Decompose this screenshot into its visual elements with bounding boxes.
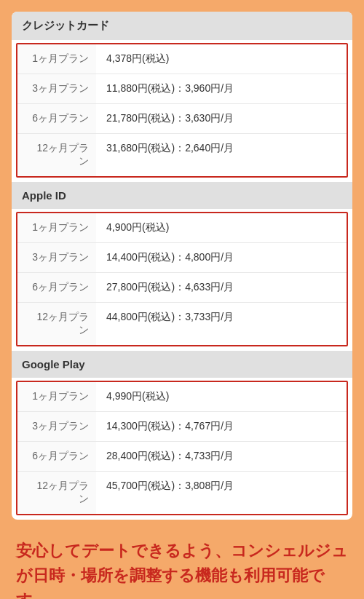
list-item: 6ヶ月プラン 21,780円(税込)：3,630円/月 [17,104,347,134]
plan-price: 4,900円(税込) [96,213,347,242]
apple-plans: 1ヶ月プラン 4,900円(税込) 3ヶ月プラン 14,400円(税込)：4,8… [16,212,348,346]
plan-label: 6ヶ月プラン [17,104,96,133]
plan-price: 14,400円(税込)：4,800円/月 [96,243,347,272]
plan-price: 21,780円(税込)：3,630円/月 [96,104,347,133]
plan-price: 4,378円(税込) [96,44,347,74]
plan-price: 14,300円(税込)：4,767円/月 [96,412,347,441]
list-item: 6ヶ月プラン 27,800円(税込)：4,633円/月 [17,273,347,303]
plan-label: 3ヶ月プラン [17,412,96,441]
plan-label: 3ヶ月プラン [17,243,96,272]
section-apple: Apple ID 1ヶ月プラン 4,900円(税込) 3ヶ月プラン 14,400… [12,182,352,346]
plan-label: 1ヶ月プラン [17,44,96,74]
section-header-apple: Apple ID [12,182,352,209]
list-item: 1ヶ月プラン 4,990円(税込) [17,382,347,412]
plan-price: 45,700円(税込)：3,808円/月 [96,472,347,514]
plan-label: 3ヶ月プラン [17,74,96,103]
section-header-credit: クレジットカード [12,12,352,40]
list-item: 1ヶ月プラン 4,900円(税込) [17,213,347,243]
plan-label: 6ヶ月プラン [17,442,96,471]
list-item: 12ヶ月プラン 44,800円(税込)：3,733円/月 [17,303,347,345]
plan-label: 1ヶ月プラン [17,213,96,242]
plan-price: 44,800円(税込)：3,733円/月 [96,303,347,345]
list-item: 3ヶ月プラン 14,400円(税込)：4,800円/月 [17,243,347,273]
google-plans: 1ヶ月プラン 4,990円(税込) 3ヶ月プラン 14,300円(税込)：4,7… [16,381,348,515]
plan-price: 28,400円(税込)：4,733円/月 [96,442,347,471]
plan-label: 12ヶ月プラン [17,134,96,176]
section-google: Google Play 1ヶ月プラン 4,990円(税込) 3ヶ月プラン 14,… [12,351,352,515]
list-item: 3ヶ月プラン 11,880円(税込)：3,960円/月 [17,74,347,104]
plan-label: 12ヶ月プラン [17,303,96,345]
list-item: 6ヶ月プラン 28,400円(税込)：4,733円/月 [17,442,347,472]
plan-price: 11,880円(税込)：3,960円/月 [96,74,347,103]
credit-plans: 1ヶ月プラン 4,378円(税込) 3ヶ月プラン 11,880円(税込)：3,9… [16,43,348,178]
plan-price: 4,990円(税込) [96,382,347,411]
section-header-google: Google Play [12,351,352,378]
plan-price: 27,800円(税込)：4,633円/月 [96,273,347,302]
list-item: 12ヶ月プラン 31,680円(税込)：2,640円/月 [17,134,347,176]
footer-text: 安心してデートできるよう、コンシェルジュが日時・場所を調整する機能も利用可能です… [12,531,352,599]
plan-label: 1ヶ月プラン [17,382,96,411]
plan-label: 12ヶ月プラン [17,472,96,514]
pricing-table: クレジットカード 1ヶ月プラン 4,378円(税込) 3ヶ月プラン 11,880… [12,12,352,520]
list-item: 3ヶ月プラン 14,300円(税込)：4,767円/月 [17,412,347,442]
plan-label: 6ヶ月プラン [17,273,96,302]
plan-price: 31,680円(税込)：2,640円/月 [96,134,347,176]
list-item: 1ヶ月プラン 4,378円(税込) [17,44,347,74]
list-item: 12ヶ月プラン 45,700円(税込)：3,808円/月 [17,472,347,514]
section-credit: クレジットカード 1ヶ月プラン 4,378円(税込) 3ヶ月プラン 11,880… [12,12,352,178]
